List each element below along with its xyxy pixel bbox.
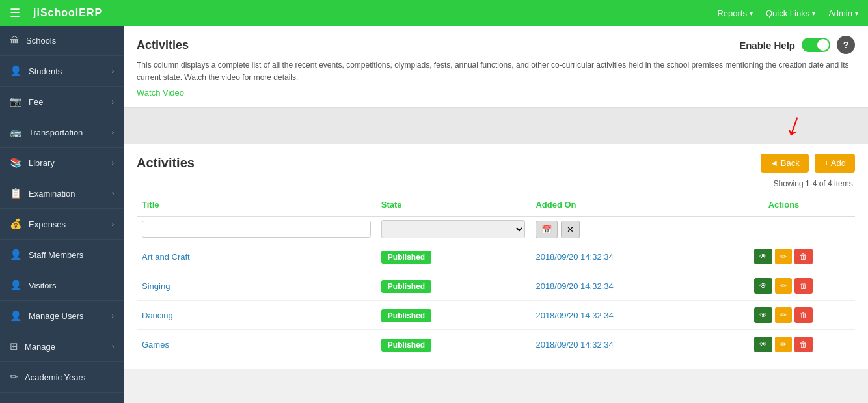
- row1-state-badge: Published: [381, 251, 431, 264]
- manage-icon: ⊞: [10, 340, 18, 352]
- sidebar-item-manage[interactable]: ⊞ Manage ›: [0, 331, 124, 362]
- sidebar-item-manage-users[interactable]: 👤 Manage Users ›: [0, 301, 124, 331]
- sidebar-item-schools[interactable]: 🏛 Schools: [0, 26, 124, 56]
- row1-state: Published: [376, 242, 531, 271]
- library-icon: 📚: [10, 157, 22, 169]
- row2-delete-button[interactable]: 🗑: [794, 278, 813, 294]
- quick-links-chevron-icon: ▾: [812, 10, 815, 17]
- row3-title-link[interactable]: Dancing: [142, 311, 173, 320]
- gray-separator: ↓: [124, 108, 868, 144]
- transportation-arrow-icon: ›: [112, 129, 114, 136]
- students-arrow-icon: ›: [112, 68, 114, 75]
- row4-added-on-value: 2018/09/20 14:32:34: [536, 340, 613, 350]
- activities-header: Activities ◄ Back + Add: [137, 154, 855, 173]
- row4-action-buttons: 👁 ✏ 🗑: [718, 337, 850, 352]
- reports-chevron-icon: ▾: [750, 10, 753, 17]
- add-button[interactable]: + Add: [815, 154, 855, 173]
- sidebar-item-transportation[interactable]: 🚌 Transportation ›: [0, 117, 124, 148]
- table-row: Dancing Published 2018/09/20 14:32:34 👁 …: [137, 301, 855, 330]
- sidebar-item-visitors[interactable]: 👤 Visitors: [0, 270, 124, 301]
- row1-added-on: 2018/09/20 14:32:34: [530, 242, 712, 271]
- row3-added-on: 2018/09/20 14:32:34: [530, 301, 712, 330]
- main-content: Activities Enable Help ? This column dis…: [124, 26, 868, 403]
- row1-edit-button[interactable]: ✏: [775, 249, 792, 264]
- calendar-button[interactable]: 📅: [536, 221, 558, 238]
- row4-delete-button[interactable]: 🗑: [794, 337, 813, 352]
- admin-chevron-icon: ▾: [855, 10, 858, 17]
- help-banner-right: Enable Help ?: [739, 36, 855, 54]
- row2-title: Singing: [137, 271, 376, 301]
- row2-title-link[interactable]: Singing: [142, 281, 170, 291]
- back-button[interactable]: ◄ Back: [761, 154, 808, 173]
- sidebar-item-staff-members[interactable]: 👤 Staff Members: [0, 240, 124, 270]
- row3-edit-button[interactable]: ✏: [775, 307, 792, 323]
- expenses-icon: 💰: [10, 218, 22, 230]
- filter-date-cell: 📅 ✕: [530, 217, 712, 242]
- hamburger-icon[interactable]: ☰: [10, 6, 20, 20]
- help-banner-title: Activities: [137, 38, 189, 52]
- row3-delete-button[interactable]: 🗑: [794, 307, 813, 323]
- row4-title: Games: [137, 330, 376, 359]
- quick-links-link[interactable]: Quick Links ▾: [766, 8, 815, 18]
- row1-added-on-value: 2018/09/20 14:32:34: [536, 252, 613, 262]
- sidebar-item-fee[interactable]: 📷 Fee ›: [0, 87, 124, 117]
- row2-actions: 👁 ✏ 🗑: [712, 271, 855, 301]
- navbar: ☰ jiSchoolERP Reports ▾ Quick Links ▾ Ad…: [0, 0, 868, 26]
- students-icon: 👤: [10, 65, 22, 77]
- row2-state: Published: [376, 271, 531, 301]
- sidebar: 🏛 Schools 👤 Students › 📷 Fee › 🚌 Transpo…: [0, 26, 124, 403]
- row4-title-link[interactable]: Games: [142, 340, 169, 350]
- manage-users-arrow-icon: ›: [112, 313, 114, 320]
- row1-delete-button[interactable]: 🗑: [794, 249, 813, 264]
- enable-help-label: Enable Help: [739, 40, 795, 51]
- state-filter-select[interactable]: Published Unpublished: [381, 220, 526, 238]
- clear-date-button[interactable]: ✕: [561, 221, 580, 238]
- layout: 🏛 Schools 👤 Students › 📷 Fee › 🚌 Transpo…: [0, 26, 868, 403]
- row3-view-button[interactable]: 👁: [754, 307, 772, 323]
- sidebar-item-expenses[interactable]: 💰 Expenses ›: [0, 209, 124, 240]
- red-arrow-indicator: ↓: [781, 107, 808, 143]
- reports-link[interactable]: Reports ▾: [717, 8, 753, 18]
- filter-title-cell: [137, 217, 376, 242]
- row1-actions: 👁 ✏ 🗑: [712, 242, 855, 271]
- row1-action-buttons: 👁 ✏ 🗑: [718, 249, 850, 264]
- staff-icon: 👤: [10, 249, 22, 260]
- row4-state: Published: [376, 330, 531, 359]
- activities-section: Activities ◄ Back + Add Showing 1-4 of 4…: [124, 144, 868, 369]
- activities-table: Title State Added On Actions: [137, 193, 855, 359]
- watch-video-link[interactable]: Watch Video: [137, 88, 184, 98]
- row2-edit-button[interactable]: ✏: [775, 278, 792, 294]
- showing-text: Showing 1-4 of 4 items.: [137, 179, 855, 188]
- toggle-knob: [817, 39, 829, 51]
- sidebar-item-examination[interactable]: 📋 Examination ›: [0, 178, 124, 209]
- transportation-icon: 🚌: [10, 126, 22, 138]
- row3-state: Published: [376, 301, 531, 330]
- col-title: Title: [137, 193, 376, 217]
- row1-title-link[interactable]: Art and Craft: [142, 252, 190, 262]
- admin-link[interactable]: Admin ▾: [828, 8, 858, 18]
- row4-edit-button[interactable]: ✏: [775, 337, 792, 352]
- sidebar-item-library[interactable]: 📚 Library ›: [0, 148, 124, 178]
- table-row: Singing Published 2018/09/20 14:32:34 👁 …: [137, 271, 855, 301]
- examination-arrow-icon: ›: [112, 190, 114, 197]
- help-description: This column displays a complete list of …: [137, 59, 855, 84]
- manage-users-icon: 👤: [10, 310, 22, 322]
- row2-added-on-value: 2018/09/20 14:32:34: [536, 281, 613, 291]
- sidebar-item-academic-years[interactable]: ✏ Academic Years: [0, 362, 124, 393]
- enable-help-toggle[interactable]: [802, 38, 830, 52]
- academic-years-icon: ✏: [10, 371, 18, 383]
- filter-date-actions: 📅 ✕: [536, 221, 707, 238]
- row4-state-badge: Published: [381, 339, 431, 352]
- title-filter-input[interactable]: [142, 221, 371, 238]
- filter-state-cell: Published Unpublished: [376, 217, 531, 242]
- sidebar-item-students[interactable]: 👤 Students ›: [0, 56, 124, 87]
- row4-view-button[interactable]: 👁: [754, 337, 772, 352]
- schools-icon: 🏛: [10, 35, 20, 46]
- expenses-arrow-icon: ›: [112, 221, 114, 228]
- table-row: Art and Craft Published 2018/09/20 14:32…: [137, 242, 855, 271]
- navbar-right: Reports ▾ Quick Links ▾ Admin ▾: [717, 8, 858, 18]
- row1-view-button[interactable]: 👁: [754, 249, 772, 264]
- row3-title: Dancing: [137, 301, 376, 330]
- help-circle-button[interactable]: ?: [837, 36, 855, 54]
- row2-view-button[interactable]: 👁: [754, 278, 772, 294]
